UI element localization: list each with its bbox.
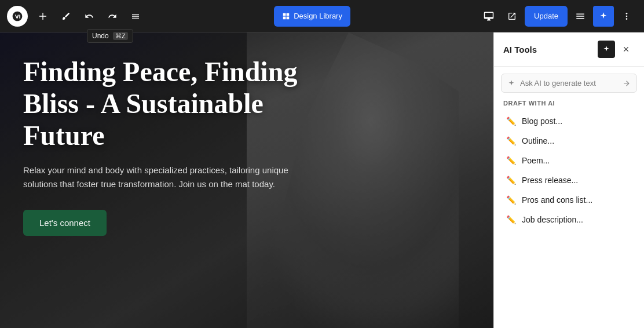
pencil-icon-press: ✏️: [506, 176, 516, 185]
hero-subtitle: Relax your mind and body with specialize…: [23, 163, 301, 191]
ai-panel: AI Tools DRAFT WITH AI ✏️: [493, 32, 644, 328]
canvas: Finding Peace, Finding Bliss - A Sustain…: [0, 32, 493, 328]
draft-item-outline[interactable]: ✏️ Outline...: [503, 131, 635, 151]
svg-rect-2: [283, 16, 286, 19]
ai-tools-toggle-button[interactable]: [593, 6, 614, 27]
hero-content: Finding Peace, Finding Bliss - A Sustain…: [0, 32, 336, 259]
draft-item-blog-post[interactable]: ✏️ Blog post...: [503, 111, 635, 131]
toolbar-left: [7, 6, 146, 27]
draft-section-label: DRAFT WITH AI: [503, 100, 635, 107]
svg-point-5: [626, 15, 628, 17]
tools-button[interactable]: [56, 6, 76, 27]
more-options-button[interactable]: [616, 6, 637, 27]
sparkle-icon: [507, 79, 515, 88]
add-block-button[interactable]: [32, 6, 53, 27]
toggle-sidebar-button[interactable]: [570, 6, 591, 27]
draft-item-pros-cons[interactable]: ✏️ Pros and cons list...: [503, 190, 635, 210]
hero-cta-button[interactable]: Let's connect: [23, 210, 107, 236]
pencil-icon-blog: ✏️: [506, 116, 516, 126]
ai-search-bar[interactable]: [501, 74, 637, 93]
toolbar: Design Library Undo ⌘Z Update: [0, 0, 644, 32]
list-view-button[interactable]: [125, 6, 146, 27]
toolbar-right: Update: [478, 6, 637, 27]
svg-rect-1: [287, 13, 290, 16]
redo-button[interactable]: [102, 6, 123, 27]
main-area: Finding Peace, Finding Bliss - A Sustain…: [0, 32, 644, 328]
ai-panel-title: AI Tools: [503, 45, 537, 54]
update-button[interactable]: Update: [525, 6, 568, 27]
ai-panel-close-button[interactable]: [617, 41, 635, 58]
send-arrow-icon: [623, 79, 631, 88]
ai-panel-header: AI Tools: [494, 32, 644, 67]
desktop-preview-button[interactable]: [478, 6, 499, 27]
undo-tooltip: Undo ⌘Z: [87, 29, 133, 43]
undo-button[interactable]: [79, 6, 100, 27]
ai-panel-star-button[interactable]: [598, 41, 615, 58]
toolbar-center: Design Library: [148, 6, 476, 27]
pencil-icon-poem: ✏️: [506, 156, 516, 165]
draft-items-list: ✏️ Blog post... ✏️ Outline... ✏️ Poem...…: [503, 111, 635, 229]
ai-text-input[interactable]: [520, 79, 618, 88]
pencil-icon-outline: ✏️: [506, 136, 516, 145]
svg-point-6: [626, 18, 628, 20]
svg-point-4: [626, 13, 628, 14]
svg-rect-0: [283, 13, 286, 16]
hero-title: Finding Peace, Finding Bliss - A Sustain…: [23, 56, 313, 152]
external-link-button[interactable]: [502, 6, 522, 27]
draft-item-press-release[interactable]: ✏️ Press release...: [503, 170, 635, 190]
svg-rect-3: [287, 16, 290, 19]
pencil-icon-pros-cons: ✏️: [506, 195, 516, 205]
draft-item-job-description[interactable]: ✏️ Job description...: [503, 210, 635, 229]
wp-logo-button[interactable]: [7, 6, 28, 27]
draft-section: DRAFT WITH AI ✏️ Blog post... ✏️ Outline…: [494, 100, 644, 229]
ai-panel-header-actions: [598, 41, 635, 58]
pencil-icon-job: ✏️: [506, 215, 516, 224]
design-library-button[interactable]: Design Library: [274, 6, 350, 27]
draft-item-poem[interactable]: ✏️ Poem...: [503, 151, 635, 170]
